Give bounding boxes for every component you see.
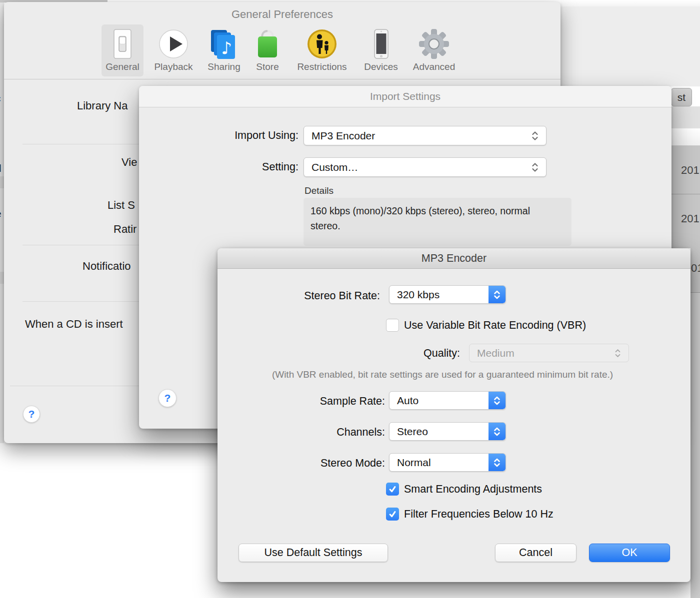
stepper-icon [488,392,506,409]
row-divider [690,292,700,293]
use-default-settings-button[interactable]: Use Default Settings [238,544,388,562]
rear-window-top-right [560,0,700,86]
toolbar-tab-label: Advanced [413,61,456,72]
help-button[interactable]: ? [23,406,40,423]
import-using-select[interactable]: MP3 Encoder [304,126,546,145]
stereo-bit-rate-select[interactable]: 320 kbps [389,285,506,304]
clipped-playlist-button[interactable]: st [671,88,692,106]
ok-button[interactable]: OK [589,544,670,562]
pref-label-cd-inserted: When a CD is insert [25,318,123,331]
window-title: General Preferences [4,8,560,21]
shopping-bag-icon [252,28,284,60]
toolbar-tab-label: Playback [154,61,192,72]
vbr-note: (With VBR enabled, bit rate settings are… [218,369,668,380]
sliver-band [0,272,4,284]
pref-label-views: Vie [122,156,137,169]
toolbar-tab-store[interactable]: Store [252,24,284,76]
button-label: Cancel [519,547,552,559]
pref-label-notifications: Notificatio [82,260,131,273]
clipped-text-fragment: l [0,252,4,264]
dialog-titlebar: MP3 Encoder [218,248,690,269]
details-box: 160 kbps (mono)/320 kbps (stereo), stere… [304,198,572,246]
pref-label-ratings: Ratir [114,223,136,236]
rear-window-left-sliver: c d e l [0,2,4,443]
vbr-checkbox[interactable] [386,319,399,332]
iphone-icon [365,28,397,60]
stepper-icon [532,162,538,172]
rear-window-right-column [672,106,700,128]
pref-label-list-size: List S [108,199,135,212]
stepper-icon [488,423,506,440]
import-using-value: MP3 Encoder [312,130,375,142]
help-glyph: ? [164,392,171,404]
details-label: Details [304,185,334,196]
rear-table-header [672,128,700,146]
rear-table-rows: 201 201 [672,146,700,248]
toolbar-tab-playback[interactable]: Playback [150,24,198,76]
cancel-button[interactable]: Cancel [495,544,576,562]
play-icon [158,28,190,60]
row-divider [672,194,700,194]
toolbar-tab-general[interactable]: General [102,24,144,76]
restrictions-icon [306,28,338,60]
vbr-label: Use Variable Bit Rate Encoding (VBR) [404,319,586,332]
quality-select: Medium [469,344,629,362]
help-glyph: ? [28,408,35,420]
mp3-encoder-dialog: MP3 Encoder Stereo Bit Rate: 320 kbps Us… [218,248,690,582]
smart-encoding-label: Smart Encoding Adjustments [404,483,542,496]
help-button[interactable]: ? [158,389,176,407]
toolbar-tab-label: Sharing [208,61,240,72]
channels-select[interactable]: Stereo [389,422,506,441]
section-divider [22,301,140,302]
stereo-mode-label: Stereo Mode: [218,457,385,470]
sample-rate-value: Auto [397,395,418,407]
stereo-bit-rate-value: 320 kbps [397,289,440,301]
setting-select[interactable]: Custom… [304,157,546,177]
toolbar-tab-advanced[interactable]: Advanced [409,24,459,76]
quality-value: Medium [477,347,514,359]
gear-icon [418,28,450,60]
stepper-icon [532,131,538,140]
setting-label: Setting: [139,161,298,173]
clipped-text-fragment: c [0,92,4,104]
dialog-title: MP3 Encoder [218,248,690,268]
toolbar-tab-label: Restrictions [297,61,346,72]
details-line: 160 kbps (mono)/320 kbps (stereo), stere… [310,203,564,218]
stereo-bit-rate-label: Stereo Bit Rate: [218,290,380,302]
sample-rate-label: Sample Rate: [218,395,385,408]
channels-label: Channels: [218,426,385,439]
channels-value: Stereo [397,426,428,438]
filter-frequencies-checkbox[interactable] [386,508,399,521]
svg-text:♪: ♪ [221,38,232,58]
filter-frequencies-label: Filter Frequencies Below 10 Hz [404,508,554,521]
toolbar-tab-label: Store [256,61,278,72]
toolbar-tab-sharing[interactable]: ♪ Sharing [202,24,246,76]
rear-table-right-sliver: 01 [690,248,700,598]
toolbar-tab-label: General [106,61,140,72]
table-cell-year: 201 [681,212,700,225]
stepper-icon [488,286,506,303]
sliver-band [0,176,4,188]
screen: c d e l st 201 201 01 General Preference… [0,0,700,598]
light-switch-icon [106,28,138,60]
button-label: OK [622,547,637,559]
stepper-icon [614,349,621,357]
stepper-icon [488,454,506,471]
section-divider [22,245,140,245]
sample-rate-select[interactable]: Auto [389,391,506,410]
section-divider [22,144,140,144]
smart-encoding-checkbox[interactable] [386,483,399,496]
stereo-mode-value: Normal [397,457,431,469]
sharing-cards-icon: ♪ [208,28,240,60]
setting-value: Custom… [312,161,358,173]
clipped-button-label: st [678,91,686,103]
details-line: stereo. [310,218,564,233]
clipped-text-fragment: d [0,162,4,174]
table-cell: 01 [690,248,700,292]
section-divider [10,386,140,386]
toolbar-tab-label: Devices [364,61,398,72]
toolbar-tab-devices[interactable]: Devices [361,24,401,76]
toolbar-tab-restrictions[interactable]: Restrictions [292,24,352,76]
stereo-mode-select[interactable]: Normal [389,453,506,472]
toolbar-divider [4,79,560,79]
